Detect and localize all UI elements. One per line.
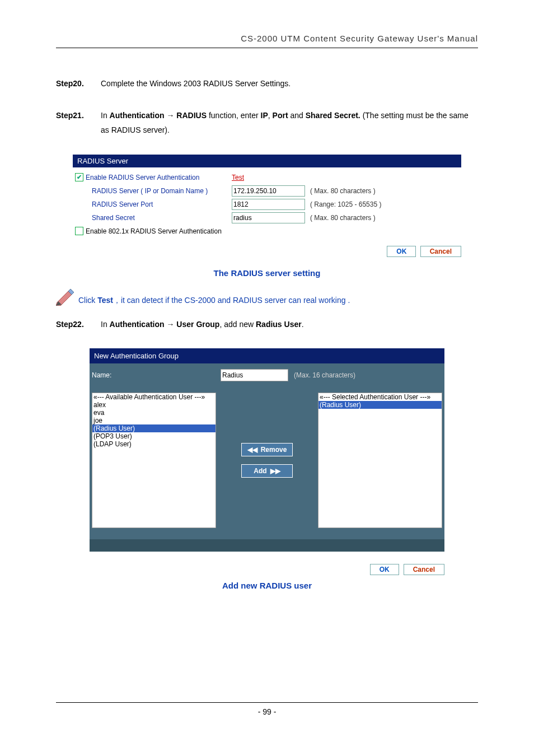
enable-radius-checkbox[interactable]: ✔ [75,173,83,181]
available-users-listbox[interactable]: «--- Available Authentication User ---» … [92,393,216,528]
step22: Step22. In Authentication → User Group, … [56,317,478,332]
list-item[interactable]: (LDAP User) [92,440,216,448]
radius-server-panel: RADIUS Server ✔ Enable RADIUS Server Aut… [73,155,461,257]
group-footer-bar [90,539,444,552]
shared-secret-hint: ( Max. 80 characters ) [310,214,376,222]
list-item[interactable]: (Radius User) [318,401,442,409]
pencil-note-icon [56,289,76,306]
double-arrow-left-icon: ◀◀ [247,446,257,454]
step21: Step21. In Authentication → RADIUS funct… [56,108,478,138]
radius-panel-header: RADIUS Server [73,155,461,167]
list-item[interactable]: alex [92,401,216,409]
radius-caption: The RADIUS server setting [56,268,478,278]
group-name-hint: (Max. 16 characters) [294,371,355,379]
list-item[interactable]: joe [92,417,216,424]
list-item: «--- Available Authentication User ---» [92,393,216,401]
step20: Step20. Complete the Windows 2003 RADIUS… [56,76,478,91]
enable-8021x-checkbox[interactable] [75,227,83,235]
note: Click Test，it can detect if the CS-2000 … [56,289,478,306]
radius-port-hint: ( Range: 1025 - 65535 ) [310,200,381,208]
enable-8021x-label: Enable 802.1x RADIUS Server Authenticati… [86,227,222,235]
shared-secret-input[interactable] [232,212,305,223]
step20-body: Complete the Windows 2003 RADIUS Server … [101,76,478,91]
step22-body: In Authentication → User Group, add new … [101,317,478,332]
shared-secret-label: Shared Secret [75,214,232,222]
test-link[interactable]: Test [232,174,244,181]
group-name-input[interactable] [221,369,288,381]
group-name-label: Name: [92,371,221,379]
radius-server-ip-label: RADIUS Server ( IP or Domain Name ) [75,187,232,195]
page-number: - 99 - [56,702,478,716]
group-ok-button[interactable]: OK [370,564,399,575]
radius-server-ip-hint: ( Max. 80 characters ) [310,187,376,195]
step21-body: In Authentication → RADIUS function, ent… [101,108,478,138]
list-item[interactable]: (Radius User) [92,424,216,432]
radius-port-input[interactable] [232,199,305,210]
radius-cancel-button[interactable]: Cancel [420,246,461,257]
group-cancel-button[interactable]: Cancel [404,564,444,575]
radius-server-ip-input[interactable] [232,185,305,197]
list-item: «--- Selected Authentication User ---» [318,393,442,401]
step22-label: Step22. [56,317,101,332]
step21-label: Step21. [56,108,101,138]
step20-label: Step20. [56,76,101,91]
selected-users-listbox[interactable]: «--- Selected Authentication User ---» (… [318,393,442,528]
add-user-caption: Add new RADIUS user [56,581,478,590]
add-button[interactable]: Add ▶▶ [241,464,293,478]
enable-radius-label: Enable RADIUS Server Authentication [86,174,199,181]
list-item[interactable]: (POP3 User) [92,432,216,440]
remove-button[interactable]: ◀◀ Remove [241,443,293,456]
auth-group-header: New Authentication Group [90,348,444,363]
double-arrow-right-icon: ▶▶ [270,467,280,475]
auth-group-panel: New Authentication Group Name: (Max. 16 … [90,348,444,552]
radius-port-label: RADIUS Server Port [75,200,232,208]
page-header: CS-2000 UTM Content Security Gateway Use… [56,34,478,48]
list-item[interactable]: eva [92,409,216,417]
radius-ok-button[interactable]: OK [387,246,416,257]
